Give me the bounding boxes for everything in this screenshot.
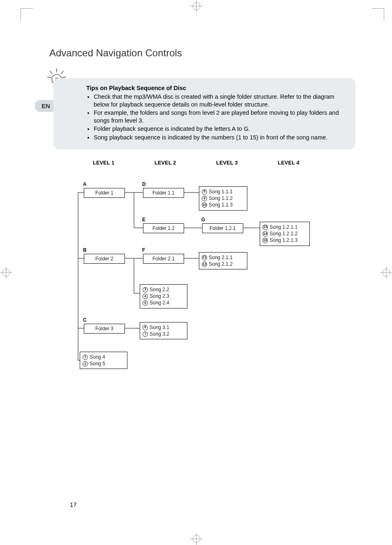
folder-letter: E	[142, 217, 145, 223]
registration-mark-icon	[190, 0, 203, 12]
svg-line-16	[62, 77, 66, 78]
song-box: 8Song 1.1.1 9Song 1.1.2 10Song 1.1.3	[199, 186, 247, 211]
list-item: Check that the mp3/WMA disc is created w…	[94, 93, 346, 108]
song-number: 6	[143, 325, 148, 330]
folder-letter: G	[201, 217, 205, 223]
song-box: 13Song 1.2.1.1 14Song 1.2.1.2 15Song 1.2…	[260, 222, 310, 246]
song-box: 11Song 2.1.1 12Song 2.1.2	[199, 252, 247, 269]
song-name: Song 1.1.1	[209, 188, 233, 195]
folder-node: Folder 2	[84, 254, 125, 264]
level-header: LEVEL 2	[154, 160, 216, 166]
crop-mark	[21, 8, 33, 21]
song-name: Song 1.2.1.1	[270, 224, 297, 230]
song-name: Song 1.2.1.2	[270, 230, 297, 237]
song-name: Song 2.2	[150, 286, 169, 293]
song-name: Song 4	[90, 354, 105, 360]
song-name: Song 1.2.1.3	[270, 237, 297, 244]
level-header: LEVEL 1	[93, 160, 154, 166]
song-number: 11	[202, 255, 207, 260]
song-number: 14	[263, 231, 268, 237]
folder-letter: B	[83, 247, 87, 253]
svg-line-15	[48, 77, 51, 78]
song-number: 3	[143, 287, 148, 292]
tips-callout: Tips on Playback Sequence of Disc Check …	[53, 78, 355, 149]
folder-letter: D	[142, 181, 146, 187]
tips-list: Check that the mp3/WMA disc is created w…	[86, 93, 346, 141]
folder-node: Folder 3	[84, 324, 125, 334]
song-number: 2	[83, 361, 88, 366]
folder-node: Folder 2.1	[143, 254, 184, 264]
song-name: Song 2.1.1	[209, 254, 233, 261]
svg-line-13	[50, 71, 52, 74]
song-number: 13	[263, 225, 268, 230]
folder-letter: A	[83, 181, 87, 187]
list-item: For example, the folders and songs from …	[94, 109, 346, 124]
folder-node: Folder 1.2.1	[202, 223, 243, 233]
song-number: 12	[202, 262, 207, 267]
registration-mark-icon	[190, 533, 203, 545]
song-number: 15	[263, 238, 268, 243]
song-box: 6Song 3.1 7Song 3.2	[140, 322, 187, 339]
folder-node: Folder 1.2	[143, 223, 184, 233]
song-number: 5	[143, 300, 148, 306]
song-name: Song 2.1.2	[209, 261, 233, 267]
list-item: Song playback sequence is indicated by t…	[94, 134, 346, 141]
song-name: Song 5	[90, 360, 105, 367]
tips-heading: Tips on Playback Sequence of Disc	[86, 85, 346, 91]
song-box: 3Song 2.2 4Song 2.3 5Song 2.4	[140, 284, 187, 308]
page-number: 17	[70, 501, 77, 508]
song-number: 1	[83, 355, 88, 360]
folder-letter: C	[83, 317, 87, 323]
song-name: Song 3.1	[150, 324, 169, 331]
page-title: Advanced Navigation Controls	[49, 47, 372, 59]
list-item: Folder playback sequence is indicated by…	[94, 125, 346, 133]
registration-mark-icon	[380, 267, 392, 279]
song-number: 8	[202, 189, 207, 195]
folder-letter: F	[142, 247, 145, 253]
level-header: LEVEL 4	[278, 160, 339, 166]
song-number: 7	[143, 332, 148, 337]
registration-mark-icon	[0, 267, 12, 279]
folder-structure-diagram: LEVEL 1 LEVEL 2 LEVEL 3 LEVEL 4	[72, 160, 368, 391]
song-number: 9	[202, 196, 207, 201]
song-box: 1Song 4 2Song 5	[80, 352, 127, 369]
song-number: 4	[143, 294, 148, 299]
song-name: Song 2.3	[150, 293, 169, 299]
song-name: Song 2.4	[150, 299, 169, 306]
folder-node: Folder 1.1	[143, 188, 184, 198]
song-number: 10	[202, 202, 207, 208]
song-name: Song 1.1.2	[209, 195, 233, 202]
song-name: Song 3.2	[150, 331, 169, 337]
crop-mark	[372, 8, 384, 21]
folder-node: Folder 1	[84, 188, 125, 198]
level-header: LEVEL 3	[216, 160, 278, 166]
svg-line-14	[61, 71, 63, 74]
song-name: Song 1.1.3	[209, 202, 233, 208]
